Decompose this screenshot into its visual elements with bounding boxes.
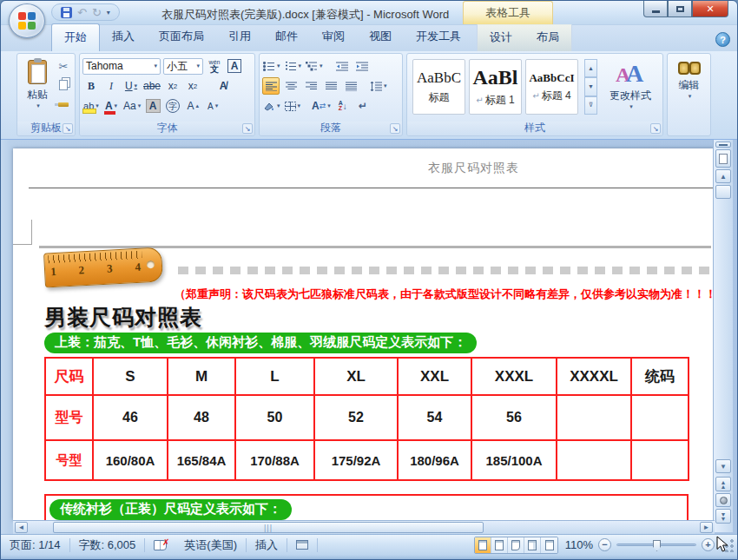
- clipboard-dialog-launcher[interactable]: ↘: [63, 123, 73, 134]
- zoom-slider[interactable]: [616, 544, 696, 546]
- restore-button[interactable]: [668, 1, 692, 17]
- redo-icon[interactable]: ↻: [92, 7, 102, 18]
- style-tile[interactable]: AaBbC标题: [412, 59, 465, 115]
- table-cell[interactable]: 尺码: [45, 358, 93, 395]
- styles-scroll-up-button[interactable]: ▲: [584, 59, 597, 77]
- macro-record-button[interactable]: [287, 540, 317, 550]
- language-indicator[interactable]: 英语(美国): [175, 537, 246, 553]
- borders-button[interactable]: ▾: [284, 97, 302, 115]
- insert-mode-indicator[interactable]: 插入: [247, 537, 287, 553]
- table-cell[interactable]: 46: [93, 395, 168, 440]
- grow-font-button[interactable]: A▴: [184, 97, 201, 115]
- ribbon-tab[interactable]: 审阅: [310, 23, 357, 51]
- edit-button[interactable]: 编辑 ▾: [677, 56, 702, 122]
- scroll-left-button[interactable]: ◄: [15, 522, 28, 533]
- table-cell[interactable]: L: [235, 358, 314, 395]
- underline-button[interactable]: U▾: [122, 77, 140, 95]
- outline-view-button[interactable]: [524, 537, 541, 553]
- strikethrough-button[interactable]: abe: [142, 77, 161, 95]
- previous-page-button[interactable]: ▲▲: [715, 477, 731, 491]
- styles-dialog-launcher[interactable]: ↘: [650, 123, 661, 134]
- font-color-button[interactable]: A▾: [102, 97, 120, 115]
- show-marks-button[interactable]: ↵: [354, 97, 372, 115]
- style-tile[interactable]: AaBbCcI↵标题 4: [525, 59, 578, 115]
- cut-button[interactable]: ✂: [55, 57, 72, 75]
- minimize-button[interactable]: [643, 1, 668, 17]
- zoom-out-button[interactable]: −: [598, 538, 611, 551]
- horizontal-scroll-thumb[interactable]: |||: [53, 522, 484, 533]
- increase-indent-button[interactable]: [353, 57, 371, 75]
- close-button[interactable]: ✕: [692, 1, 728, 17]
- justify-button[interactable]: [322, 77, 339, 95]
- font-size-combobox[interactable]: 小五▾: [163, 58, 203, 75]
- table-cell[interactable]: 统码: [631, 358, 689, 395]
- bullets-button[interactable]: ▾: [262, 57, 281, 75]
- office-button[interactable]: [9, 3, 45, 38]
- table-cell[interactable]: [557, 440, 631, 480]
- table-cell[interactable]: 型号: [45, 395, 93, 440]
- zoom-slider-thumb[interactable]: [653, 540, 661, 551]
- scroll-up-button[interactable]: ▲: [715, 169, 731, 183]
- scroll-down-button[interactable]: ▼: [715, 459, 731, 473]
- line-spacing-button[interactable]: ▾: [369, 77, 388, 95]
- undo-icon[interactable]: ↶: [77, 7, 87, 18]
- align-right-button[interactable]: [302, 77, 320, 95]
- character-shading-button[interactable]: A: [144, 97, 161, 115]
- font-family-combobox[interactable]: Tahoma▾: [82, 58, 161, 75]
- styles-more-button[interactable]: ⊽: [584, 96, 597, 115]
- decrease-indent-button[interactable]: [333, 57, 351, 75]
- split-handle[interactable]: [715, 142, 731, 148]
- copy-button[interactable]: [55, 76, 72, 94]
- ribbon-tab[interactable]: 开发工具: [404, 23, 473, 51]
- phonetic-guide-button[interactable]: wén文: [206, 57, 223, 75]
- paragraph-dialog-launcher[interactable]: ↘: [390, 123, 400, 134]
- help-button[interactable]: ?: [715, 32, 730, 47]
- page-indicator[interactable]: 页面: 1/14: [1, 537, 69, 553]
- table-cell[interactable]: S: [93, 358, 168, 395]
- font-dialog-launcher[interactable]: ↘: [242, 123, 253, 134]
- shrink-font-button[interactable]: A▾: [204, 97, 221, 115]
- character-border-button[interactable]: A: [226, 57, 243, 75]
- table-cell[interactable]: 170/88A: [235, 440, 314, 480]
- vertical-scrollbar[interactable]: ▲ ▼ ▲▲ ▼▼: [713, 140, 733, 532]
- contextual-ribbon-tab[interactable]: 布局: [524, 24, 571, 51]
- table-cell[interactable]: M: [168, 358, 235, 395]
- table-cell[interactable]: 175/92A: [314, 440, 398, 480]
- select-browse-object-button[interactable]: [715, 493, 731, 507]
- change-case-button[interactable]: Aa▾: [122, 97, 142, 115]
- table-cell[interactable]: XXXL: [471, 358, 557, 395]
- multilevel-list-button[interactable]: ▾: [305, 57, 324, 75]
- ribbon-tab[interactable]: 视图: [357, 23, 404, 51]
- table-cell[interactable]: 56: [471, 395, 557, 440]
- superscript-button[interactable]: x2: [184, 77, 201, 95]
- table-cell[interactable]: 165/84A: [168, 440, 235, 480]
- paste-button[interactable]: 粘贴 ▾: [22, 57, 53, 122]
- asian-layout-button[interactable]: A⇄▾: [311, 97, 332, 115]
- ribbon-tab[interactable]: 开始: [51, 23, 100, 51]
- document-page[interactable]: 衣服尺码对照表 1234 （郑重声明：该尺码表为七匹狼标准尺码表，由于各款式版型…: [13, 148, 715, 520]
- numbering-button[interactable]: ▾: [284, 57, 303, 75]
- align-left-button[interactable]: [262, 77, 280, 95]
- customize-qat-caret-icon[interactable]: ▾: [107, 9, 110, 16]
- zoom-level[interactable]: 110%: [563, 538, 593, 551]
- word-count[interactable]: 字数: 6,005: [70, 537, 145, 553]
- fullscreen-reading-view-button[interactable]: [491, 537, 508, 553]
- draft-view-button[interactable]: [541, 537, 557, 553]
- web-layout-view-button[interactable]: [508, 537, 524, 553]
- ribbon-tab[interactable]: 邮件: [263, 23, 310, 51]
- format-painter-button[interactable]: [55, 96, 72, 113]
- table-cell[interactable]: 54: [398, 395, 471, 440]
- print-layout-view-button[interactable]: [475, 537, 491, 553]
- style-tile[interactable]: AaBl↵标题 1: [469, 59, 522, 115]
- change-styles-button[interactable]: AA 更改样式 ▾: [602, 57, 659, 123]
- table-cell[interactable]: [557, 395, 631, 440]
- clear-formatting-button[interactable]: A̸: [214, 77, 232, 95]
- table-cell[interactable]: [631, 440, 689, 480]
- save-icon[interactable]: [61, 7, 72, 18]
- contextual-ribbon-tab[interactable]: 设计: [478, 24, 524, 51]
- ribbon-tab[interactable]: 引用: [216, 23, 263, 51]
- table-cell[interactable]: 185/100A: [471, 440, 557, 480]
- vertical-scroll-thumb[interactable]: [715, 185, 731, 199]
- table-cell[interactable]: [631, 395, 689, 440]
- table-cell[interactable]: 160/80A: [93, 440, 168, 480]
